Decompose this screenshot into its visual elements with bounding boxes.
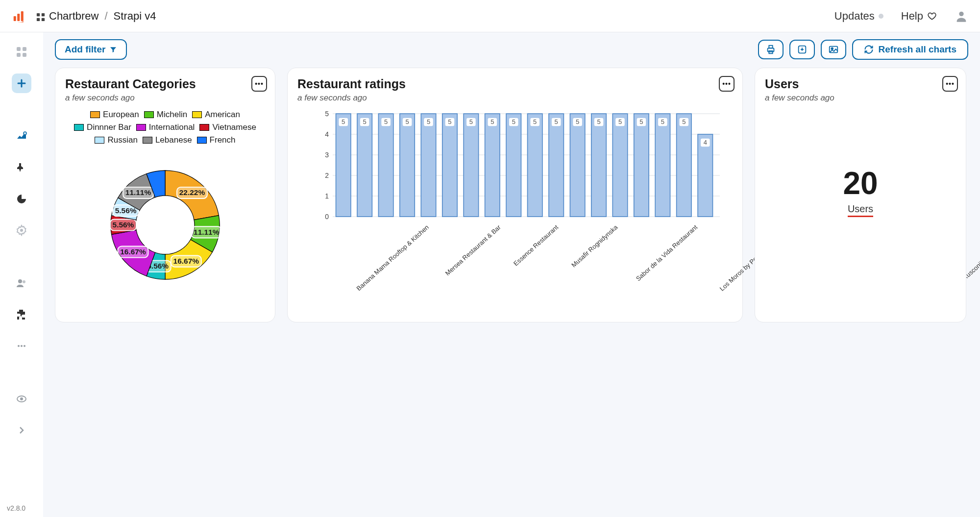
add-filter-button[interactable]: Add filter [55,39,127,60]
svg-rect-24 [769,46,772,49]
legend-swatch-icon [74,124,84,131]
svg-text:5: 5 [405,118,409,125]
print-button[interactable] [758,40,784,59]
sidebar-visibility-icon[interactable] [12,389,31,409]
svg-rect-99 [634,114,649,217]
breadcrumb-app[interactable]: Chartbrew [49,10,98,23]
export-image-button[interactable] [821,40,846,59]
legend-swatch-icon [197,137,207,144]
help-link[interactable]: Help [901,10,937,23]
kpi-series-label: Users [848,203,873,217]
sidebar-integrations-icon[interactable] [12,305,31,324]
legend-item[interactable]: Russian [95,135,137,145]
updates-link[interactable]: Updates [834,10,883,23]
legend-item[interactable]: French [197,135,236,145]
sidebar-team-icon[interactable] [12,273,31,293]
svg-text:5.56%: 5.56% [113,221,134,229]
svg-text:3: 3 [325,151,329,159]
svg-rect-8 [17,47,21,51]
legend-swatch-icon [199,124,209,131]
legend-item[interactable]: Lebanese [143,135,192,145]
legend-label: International [149,123,195,132]
svg-text:5: 5 [490,118,494,125]
svg-text:16.67%: 16.67% [173,257,199,265]
breadcrumb-project[interactable]: Strapi v4 [114,10,156,23]
top-bar: Chartbrew / Strapi v4 Updates Help [0,0,980,32]
bar-chart[interactable]: 012345555555555555555554 [319,109,721,222]
svg-text:2: 2 [325,172,329,179]
card-updated: a few seconds ago [297,93,733,103]
svg-point-14 [24,132,26,135]
svg-rect-10 [17,53,21,57]
legend-item[interactable]: International [136,123,195,132]
card-menu-button[interactable]: ••• [719,76,735,92]
svg-rect-9 [23,47,26,51]
card-restaurant-categories: ••• Restaurant Categories a few seconds … [55,68,275,322]
card-menu-button[interactable]: ••• [942,76,958,92]
svg-rect-4 [42,13,45,16]
legend-swatch-icon [136,124,146,131]
heart-icon [927,11,937,21]
sidebar-charts-icon[interactable] [12,126,31,146]
sidebar-more-icon[interactable] [12,336,31,356]
svg-text:5: 5 [469,118,473,125]
bar-category-label: Sabor de la Vida Restaurant [635,223,699,282]
card-restaurant-ratings: ••• Restaurant ratings a few seconds ago… [287,68,743,322]
svg-rect-69 [421,114,436,217]
svg-text:5: 5 [512,118,515,125]
svg-rect-5 [37,18,40,21]
svg-rect-60 [357,114,372,217]
sidebar-datasets-icon[interactable] [12,189,31,209]
svg-text:0: 0 [325,213,329,221]
legend-label: Russian [107,135,137,145]
svg-text:11.11%: 11.11% [125,188,151,197]
sidebar-add-button[interactable] [12,74,31,93]
sidebar-connections-icon[interactable] [12,158,31,177]
refresh-label: Refresh all charts [879,44,956,55]
help-label: Help [901,10,923,23]
bar-chart-x-labels: Banana Mama Rooftop & KitchenMersea Rest… [331,223,723,312]
svg-text:22.22%: 22.22% [179,188,205,197]
action-bar: Add filter Refresh all charts [55,39,968,60]
legend-label: Lebanese [155,135,192,145]
card-title: Restaurant ratings [297,77,733,91]
svg-text:4: 4 [704,139,707,146]
svg-rect-11 [23,53,26,57]
sidebar-dashboards-icon[interactable] [12,42,31,62]
svg-text:1: 1 [325,192,329,200]
legend-label: Dinnner Bar [87,123,131,132]
legend-item[interactable]: Michelin [144,110,187,120]
print-icon [765,44,776,55]
donut-chart[interactable]: 22.22%11.11%16.67%5.56%16.67%5.56%5.56%1… [94,154,236,296]
donut-legend: EuropeanMichelinAmericanDinnner BarInter… [65,110,265,145]
svg-point-18 [18,345,20,347]
legend-item[interactable]: European [90,110,139,120]
svg-rect-93 [591,114,606,217]
svg-text:5: 5 [448,118,451,125]
svg-point-15 [20,229,23,232]
card-users: ••• Users a few seconds ago 20 Users [755,68,966,322]
add-filter-label: Add filter [65,44,105,55]
refresh-icon [864,45,874,54]
breadcrumb[interactable]: Chartbrew / Strapi v4 [36,10,156,23]
card-updated: a few seconds ago [65,93,265,103]
legend-item[interactable]: Dinnner Bar [74,123,131,132]
sidebar-settings-icon[interactable] [12,221,31,240]
sidebar-collapse-icon[interactable] [12,420,31,440]
legend-item[interactable]: Vietnamese [199,123,256,132]
version-label: v2.8.0 [7,504,25,512]
legend-item[interactable]: American [192,110,240,120]
svg-rect-2 [21,11,24,21]
svg-point-22 [20,397,23,400]
svg-text:4: 4 [325,130,329,138]
download-button[interactable] [789,40,815,59]
svg-point-16 [18,279,22,283]
svg-text:5: 5 [555,118,558,125]
svg-rect-6 [42,18,45,21]
user-avatar-icon[interactable] [955,9,968,23]
card-menu-button[interactable]: ••• [251,76,267,92]
refresh-all-button[interactable]: Refresh all charts [852,39,968,60]
legend-swatch-icon [95,137,104,144]
svg-text:11.11%: 11.11% [194,228,220,236]
bar-category-label: Banana Mama Rooftop & Kitchen [355,223,430,292]
